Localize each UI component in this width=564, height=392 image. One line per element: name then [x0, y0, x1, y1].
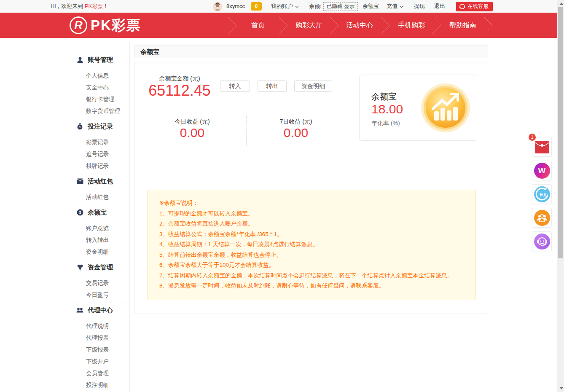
yuebao-notice: ※余额宝说明： 1、可提现的金额才可以转入余额宝。 2、余额宝收益将直接进入账户…: [147, 190, 476, 300]
sidebar-item-chase-records[interactable]: 追号记录: [67, 148, 129, 160]
w-logo-icon: W: [534, 163, 550, 179]
red-packet-icon: [76, 178, 83, 185]
w-app-button[interactable]: W: [532, 161, 552, 180]
agents-group-button[interactable]: [532, 208, 552, 228]
welcome-brand: PK彩票: [85, 3, 103, 9]
week-earnings-value: 0.00: [284, 126, 308, 140]
nav-item-mobile-lottery[interactable]: 手机购彩: [398, 13, 425, 38]
nav-item-help-guide[interactable]: 帮助指南: [449, 13, 476, 38]
scrollbar-thumb[interactable]: [558, 7, 563, 258]
sidebar-header-bet-records[interactable]: $ 投注记录: [67, 121, 129, 132]
sidebar-title: 余额宝: [88, 209, 107, 217]
site-logo[interactable]: R PK彩票: [70, 16, 141, 35]
group-people-icon: [534, 210, 550, 226]
recharge-menu[interactable]: 充值: [387, 0, 403, 13]
week-earnings-label: 7日收益 (元): [280, 118, 312, 126]
topbar: Hi，欢迎来到 PK彩票！ 8xymcc 0 我的账户 余额: 已隐藏 显示 余…: [0, 0, 564, 13]
welcome-suffix: ！: [103, 3, 108, 9]
today-earnings-label: 今日收益 (元): [175, 118, 209, 126]
sidebar-item-personal-info[interactable]: 个人信息: [67, 70, 129, 82]
sidebar-item-account-overview[interactable]: 账户总览: [67, 223, 129, 234]
sidebar-section-yuebao: S 余额宝 账户总览 转入转出 资金明细: [67, 205, 129, 258]
withdraw-link[interactable]: 提现: [414, 0, 425, 13]
sidebar-title: 活动红包: [88, 177, 113, 185]
balance-show-button[interactable]: 显示: [344, 3, 355, 9]
page: Hi，欢迎来到 PK彩票！ 8xymcc 0 我的账户 余额: 已隐藏 显示 余…: [0, 0, 564, 392]
sidebar-item-today-profit-loss[interactable]: 今日盈亏: [67, 289, 129, 301]
balance-hidden-box[interactable]: 已隐藏 显示: [323, 2, 358, 11]
username[interactable]: 8xymcc: [226, 0, 245, 13]
coin-badge[interactable]: 0: [251, 2, 262, 11]
sidebar-item-fund-details[interactable]: 资金明细: [67, 246, 129, 258]
customer-service-button[interactable]: [532, 231, 552, 251]
rate-card-value: 18.00: [371, 102, 403, 116]
stat-separator: [246, 115, 247, 146]
sidebar: 账号管理 个人信息 安全中心 银行卡管理 数字货币管理 $ 投注记录 彩票记录 …: [67, 42, 130, 392]
sidebar-item-subordinate-open[interactable]: 下级开户: [67, 356, 129, 368]
sidebar-item-lottery-records[interactable]: 彩票记录: [67, 137, 129, 148]
headset-icon: [459, 3, 465, 10]
topbar-yuebao-link[interactable]: 余额宝: [363, 0, 379, 13]
sidebar-item-transaction-records[interactable]: 交易记录: [67, 277, 129, 289]
avatar-person-icon: [213, 2, 222, 11]
sidebar-item-subordinate-report[interactable]: 下级报表: [67, 344, 129, 356]
notification-badge: 1: [529, 134, 536, 141]
sidebar-title: 代理中心: [88, 306, 113, 314]
sidebar-section-account: 账号管理 个人信息 安全中心 银行卡管理 数字货币管理: [67, 54, 129, 117]
nav-separator: [380, 16, 390, 34]
sidebar-title: 账号管理: [88, 56, 113, 64]
sidebar-item-activity-red-packet[interactable]: 活动红包: [67, 191, 129, 203]
logout-link[interactable]: 退出: [434, 0, 445, 13]
notice-line: 7、结算周期内转入余额宝的金额，本次结算时间点不会进行结算派息，将在下一个结算点…: [159, 271, 465, 281]
rate-card-title: 余额宝: [371, 91, 397, 102]
sidebar-item-digital-currency[interactable]: 数字货币管理: [67, 105, 129, 117]
customer-service-icon: [534, 234, 550, 250]
sidebar-header-agent[interactable]: 代理中心: [67, 304, 129, 316]
sidebar-header-funds[interactable]: 资金管理: [67, 261, 129, 273]
logo-text: PK彩票: [91, 16, 141, 35]
sidebar-header-yuebao[interactable]: S 余额宝: [67, 207, 129, 218]
nav-item-lottery-hall[interactable]: 购彩大厅: [295, 13, 322, 38]
sidebar-header-red-packet[interactable]: 活动红包: [67, 175, 129, 187]
rate-card-label: 年化率 (%): [371, 120, 400, 127]
online-service-button[interactable]: 在线客服: [456, 2, 493, 11]
sidebar-item-agent-report[interactable]: 代理报表: [67, 332, 129, 344]
sidebar-section-agent: 代理中心 代理说明 代理报表 下级报表 下级开户 会员管理 投注明细: [67, 303, 129, 391]
nav-separator: [432, 16, 442, 34]
scroll-up-arrow[interactable]: [559, 3, 564, 5]
sidebar-title: 资金管理: [88, 263, 113, 271]
changlong-button[interactable]: 长龙: [532, 184, 552, 204]
sidebar-section-bet-records: $ 投注记录 彩票记录 追号记录 棋牌记录: [67, 119, 129, 172]
divider: [140, 109, 355, 109]
nav-item-home[interactable]: 首页: [251, 13, 265, 38]
svg-text:S: S: [78, 210, 81, 215]
my-account-menu[interactable]: 我的账户: [271, 0, 299, 13]
sidebar-item-agent-description[interactable]: 代理说明: [67, 320, 129, 332]
balance-hidden-label: 已隐藏: [327, 3, 343, 9]
red-envelope-promo-button[interactable]: [532, 137, 552, 157]
transfer-in-button[interactable]: 转入: [220, 81, 250, 92]
gold-coin-chart-icon: [420, 83, 471, 133]
sidebar-item-bet-details[interactable]: 投注明细: [67, 379, 129, 391]
sidebar-item-transfer-in-out[interactable]: 转入转出: [67, 234, 129, 246]
annual-rate-card: 余额宝 18.00 年化率 (%): [359, 75, 476, 141]
sidebar-header-account[interactable]: 账号管理: [67, 54, 129, 66]
nav-item-activity-center[interactable]: 活动中心: [346, 13, 373, 38]
changlong-icon: 长龙: [534, 186, 550, 202]
fund-details-button[interactable]: 资金明细: [294, 81, 332, 92]
notice-line: 5、结算前转出余额宝余额，收益结算也会停止。: [159, 250, 465, 260]
scroll-down-arrow[interactable]: [559, 387, 564, 389]
my-account-label: 我的账户: [271, 3, 293, 9]
sidebar-item-bank-card[interactable]: 银行卡管理: [67, 94, 129, 105]
nav-separator: [278, 16, 288, 34]
pk-logo-icon: R: [70, 16, 87, 34]
sidebar-item-security-center[interactable]: 安全中心: [67, 82, 129, 94]
sidebar-section-funds: 资金管理 交易记录 今日盈亏: [67, 260, 129, 301]
avatar[interactable]: [213, 2, 222, 11]
notice-line: 4、收益结算周期：1 天结算一次，每日凌晨4点进行结算派息。: [159, 239, 465, 250]
transfer-out-button[interactable]: 转出: [258, 81, 287, 92]
notice-line: 3、收益结算公式：余额宝余额*年化率 /365 * 1。: [159, 229, 465, 240]
sidebar-item-board-records[interactable]: 棋牌记录: [67, 160, 129, 172]
sidebar-title: 投注记录: [88, 123, 113, 131]
sidebar-item-member-management[interactable]: 会员管理: [67, 368, 129, 379]
